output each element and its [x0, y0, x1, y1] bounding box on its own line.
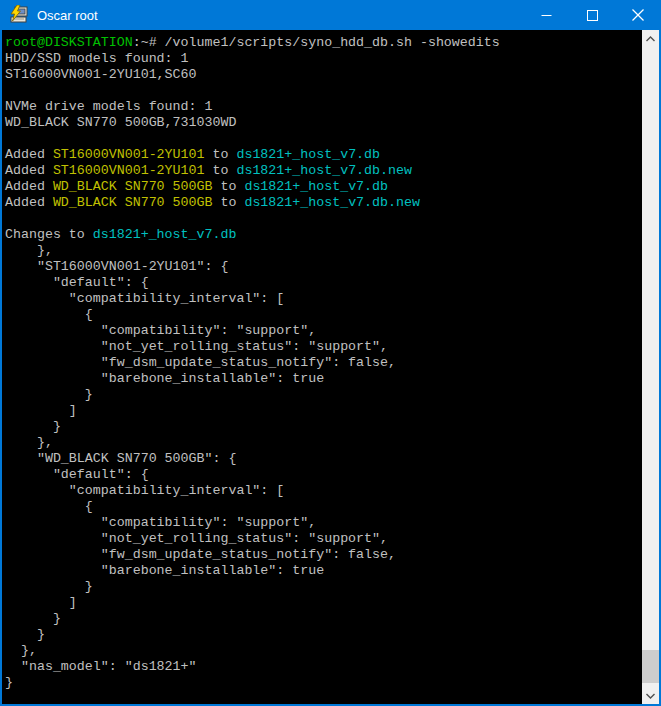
terminal-text-segment: WD_BLACK SN770 500GB: [53, 179, 213, 194]
terminal-line: }: [5, 579, 642, 595]
terminal-text-segment: "not_yet_rolling_status": "support",: [5, 531, 388, 546]
terminal-line: [5, 131, 642, 147]
minimize-button[interactable]: [523, 0, 569, 30]
terminal-line: "default": {: [5, 275, 642, 291]
terminal-line: [5, 211, 642, 227]
terminal-line: "compatibility_interval": [: [5, 291, 642, 307]
terminal-text-segment: to: [205, 163, 237, 178]
terminal-body: root@DISKSTATION:~# /volume1/scripts/syn…: [0, 30, 661, 706]
terminal-line: "barebone_installable": true: [5, 371, 642, 387]
scrollbar-thumb[interactable]: [642, 650, 659, 683]
terminal-text-segment: "compatibility_interval": [: [5, 483, 284, 498]
terminal-text-segment: "ST16000VN001-2YU101": {: [5, 259, 228, 274]
close-icon: [632, 9, 644, 21]
window-controls: [523, 0, 661, 30]
terminal-line: {: [5, 307, 642, 323]
terminal-text-segment: }: [5, 611, 61, 626]
terminal-line: Added WD_BLACK SN770 500GB to ds1821+_ho…: [5, 195, 642, 211]
terminal-line: }: [5, 675, 642, 691]
terminal-text-segment: WD_BLACK SN770 500GB,731030WD: [5, 115, 236, 130]
terminal-line: "default": {: [5, 467, 642, 483]
terminal-line: HDD/SSD models found: 1: [5, 51, 642, 67]
scroll-down-button[interactable]: [642, 687, 659, 704]
terminal-text-segment: to: [205, 147, 237, 162]
terminal-line: Added ST16000VN001-2YU101 to ds1821+_hos…: [5, 163, 642, 179]
terminal-text-segment: HDD/SSD models found: 1: [5, 51, 189, 66]
terminal-line: "compatibility": "support",: [5, 323, 642, 339]
terminal-text-segment: WD_BLACK SN770 500GB: [53, 195, 213, 210]
terminal-text-segment: Added: [5, 195, 53, 210]
scrollbar-track[interactable]: [642, 47, 659, 687]
terminal-text-segment: :~# /volume1/scripts/syno_hdd_db.sh -sho…: [133, 35, 500, 50]
terminal-text-segment: Added: [5, 179, 53, 194]
minimize-icon: [541, 10, 552, 21]
terminal-text-segment: }: [5, 675, 13, 690]
terminal-line: }: [5, 419, 642, 435]
terminal-line: WD_BLACK SN770 500GB,731030WD: [5, 115, 642, 131]
terminal-text-segment: ds1821+_host_v7.db.new: [236, 163, 412, 178]
terminal-line: "not_yet_rolling_status": "support",: [5, 531, 642, 547]
terminal-text-segment: "barebone_installable": true: [5, 371, 324, 386]
terminal-line: }: [5, 611, 642, 627]
terminal-screen[interactable]: root@DISKSTATION:~# /volume1/scripts/syn…: [2, 30, 642, 704]
terminal-line: Added ST16000VN001-2YU101 to ds1821+_hos…: [5, 147, 642, 163]
terminal-line: ST16000VN001-2YU101,SC60: [5, 67, 642, 83]
putty-icon-graphic: [8, 5, 28, 25]
window-title: Oscar root: [37, 8, 523, 23]
terminal-text-segment: ds1821+_host_v7.db: [244, 179, 388, 194]
terminal-line: "fw_dsm_update_status_notify": false,: [5, 547, 642, 563]
terminal-text-segment: NVMe drive models found: 1: [5, 99, 212, 114]
terminal-text-segment: }: [5, 579, 93, 594]
terminal-text-segment: "barebone_installable": true: [5, 563, 324, 578]
terminal-line: }: [5, 627, 642, 643]
terminal-text-segment: "default": {: [5, 275, 149, 290]
terminal-text-segment: ST16000VN001-2YU101: [53, 163, 205, 178]
terminal-text-segment: ds1821+_host_v7.db.new: [244, 195, 420, 210]
chevron-up-icon: [646, 36, 655, 42]
terminal-line: "barebone_installable": true: [5, 563, 642, 579]
terminal-text-segment: }: [5, 419, 61, 434]
terminal-text-segment: "compatibility": "support",: [5, 515, 316, 530]
terminal-line: },: [5, 643, 642, 659]
terminal-line: "WD_BLACK SN770 500GB": {: [5, 451, 642, 467]
terminal-text-segment: },: [5, 243, 53, 258]
terminal-text-segment: {: [5, 499, 93, 514]
terminal-text-segment: to: [212, 179, 244, 194]
maximize-icon: [587, 10, 598, 21]
putty-window: Oscar root root@DISKSTATION:~# /volume1: [0, 0, 661, 706]
terminal-text-segment: ]: [5, 595, 77, 610]
terminal-line: "compatibility": "support",: [5, 515, 642, 531]
scrollbar[interactable]: [642, 30, 659, 704]
terminal-line: [5, 83, 642, 99]
terminal-line: }: [5, 387, 642, 403]
terminal-line: Added WD_BLACK SN770 500GB to ds1821+_ho…: [5, 179, 642, 195]
terminal-line: "ST16000VN001-2YU101": {: [5, 259, 642, 275]
terminal-line: ]: [5, 403, 642, 419]
terminal-text-segment: root@DISKSTATION: [5, 35, 133, 50]
terminal-text-segment: Added: [5, 163, 53, 178]
terminal-line: "fw_dsm_update_status_notify": false,: [5, 355, 642, 371]
terminal-text-segment: "fw_dsm_update_status_notify": false,: [5, 355, 396, 370]
terminal-text-segment: ds1821+_host_v7.db: [236, 147, 380, 162]
terminal-line: "not_yet_rolling_status": "support",: [5, 339, 642, 355]
terminal-line: root@DISKSTATION:~# /volume1/scripts/syn…: [5, 35, 642, 51]
close-button[interactable]: [615, 0, 661, 30]
terminal-text-segment: "default": {: [5, 467, 149, 482]
terminal-line: "nas_model": "ds1821+": [5, 659, 642, 675]
terminal-line: ]: [5, 595, 642, 611]
terminal-text-segment: Added: [5, 147, 53, 162]
terminal-text-segment: "WD_BLACK SN770 500GB": {: [5, 451, 236, 466]
scroll-up-button[interactable]: [642, 30, 659, 47]
terminal-text-segment: "compatibility_interval": [: [5, 291, 284, 306]
terminal-text-segment: Changes to: [5, 227, 93, 242]
terminal-line: {: [5, 499, 642, 515]
terminal-text-segment: "nas_model": "ds1821+": [5, 659, 197, 674]
terminal-text-segment: },: [5, 643, 37, 658]
terminal-text-segment: }: [5, 627, 45, 642]
chevron-down-icon: [646, 693, 655, 699]
terminal-text-segment: "compatibility": "support",: [5, 323, 316, 338]
terminal-text-segment: ds1821+_host_v7.db: [93, 227, 237, 242]
title-bar[interactable]: Oscar root: [0, 0, 661, 30]
putty-icon[interactable]: [8, 5, 28, 25]
maximize-button[interactable]: [569, 0, 615, 30]
